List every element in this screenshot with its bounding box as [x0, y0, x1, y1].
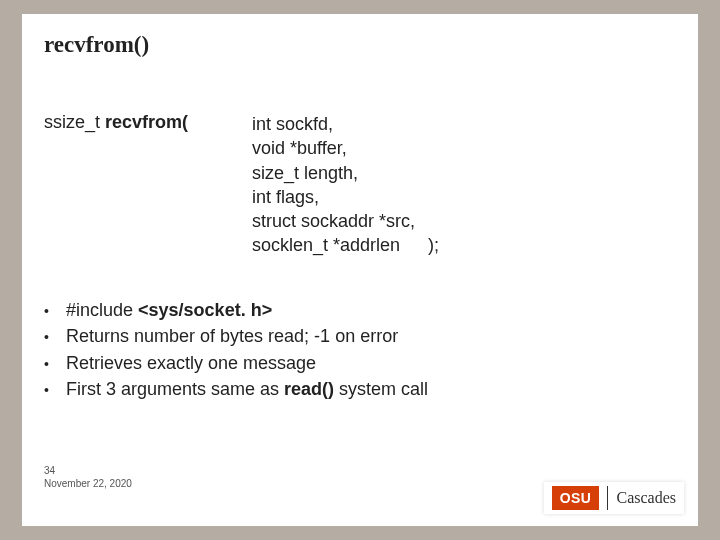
slide-card: recvfrom() ssize_t recvfrom( int sockfd,… — [22, 14, 698, 526]
param-5-row: socklen_t *addrlen ); — [252, 233, 439, 257]
bullet-3-text: First 3 arguments same as read() system … — [66, 377, 428, 401]
bullet-1: • Returns number of bytes read; -1 on er… — [44, 324, 428, 348]
bullet-1-text: Returns number of bytes read; -1 on erro… — [66, 324, 398, 348]
page-number: 34 — [44, 465, 132, 478]
footer-meta: 34 November 22, 2020 — [44, 465, 132, 490]
include-file: <sys/socket. h> — [138, 300, 272, 320]
bullet-icon: • — [44, 355, 66, 374]
param-1: void *buffer, — [252, 136, 439, 160]
logo-divider — [607, 486, 608, 510]
bullet-3-suffix: system call — [334, 379, 428, 399]
bullet-list: • #include <sys/socket. h> • Returns num… — [44, 298, 428, 403]
signature-close: ); — [428, 233, 439, 257]
bullet-2: • Retrieves exactly one message — [44, 351, 428, 375]
logo: OSU Cascades — [544, 482, 684, 514]
include-prefix: #include — [66, 300, 138, 320]
footer-date: November 22, 2020 — [44, 478, 132, 491]
param-2: size_t length, — [252, 161, 439, 185]
bullet-icon: • — [44, 381, 66, 400]
param-0: int sockfd, — [252, 112, 439, 136]
logo-text: Cascades — [616, 489, 676, 507]
function-signature: ssize_t recvfrom( int sockfd, void *buff… — [44, 112, 439, 258]
function-name: recvfrom( — [105, 112, 188, 132]
param-5: socklen_t *addrlen — [252, 233, 400, 257]
param-4: struct sockaddr *src, — [252, 209, 439, 233]
bullet-2-text: Retrieves exactly one message — [66, 351, 316, 375]
bullet-3-bold: read() — [284, 379, 334, 399]
bullet-0-text: #include <sys/socket. h> — [66, 298, 272, 322]
return-type: ssize_t — [44, 112, 105, 132]
bullet-3: • First 3 arguments same as read() syste… — [44, 377, 428, 401]
bullet-0: • #include <sys/socket. h> — [44, 298, 428, 322]
signature-return: ssize_t recvfrom( — [44, 112, 252, 133]
bullet-3-prefix: First 3 arguments same as — [66, 379, 284, 399]
parameter-list: int sockfd, void *buffer, size_t length,… — [252, 112, 439, 258]
osu-badge: OSU — [552, 486, 600, 510]
bullet-icon: • — [44, 328, 66, 347]
bullet-icon: • — [44, 302, 66, 321]
param-3: int flags, — [252, 185, 439, 209]
slide-title: recvfrom() — [44, 32, 149, 58]
